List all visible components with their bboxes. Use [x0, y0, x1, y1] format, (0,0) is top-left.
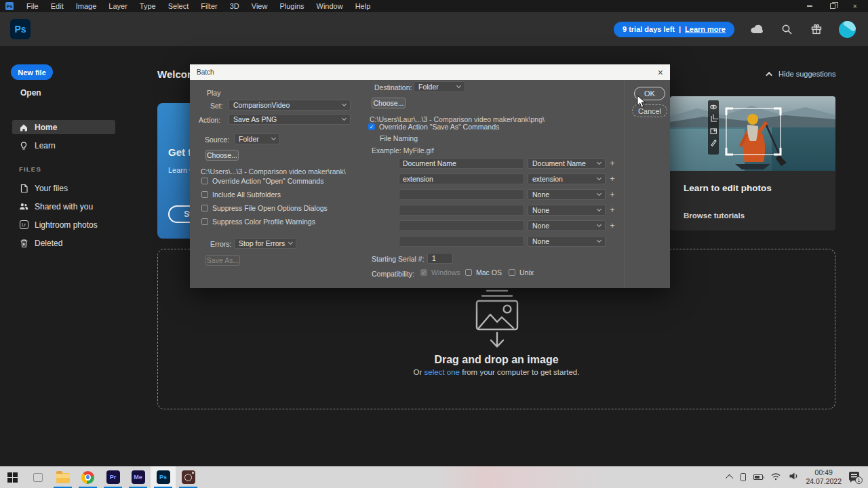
destination-value: Folder [418, 83, 439, 91]
checkbox-override-open[interactable]: Override Action "Open" Commands [201, 177, 323, 185]
naming-select-2[interactable]: extension [528, 174, 606, 184]
checkbox-label: Suppress File Open Options Dialogs [212, 204, 328, 212]
add-naming-row-button[interactable]: + [608, 221, 617, 230]
naming-select-3[interactable]: None [528, 189, 606, 200]
destination-dropdown[interactable]: Folder [414, 81, 465, 92]
action-dropdown[interactable]: Save As PNG [229, 114, 351, 125]
sidebar-item-shared[interactable]: Shared with you [12, 199, 115, 214]
ok-button[interactable]: OK [634, 87, 665, 100]
browse-tutorials-link[interactable]: Browse tutorials [684, 211, 745, 220]
naming-select-value: None [532, 237, 549, 245]
checkbox-suppress-color-warnings[interactable]: Suppress Color Profile Warnings [201, 218, 315, 226]
hide-suggestions-toggle[interactable]: Hide suggestions [768, 70, 835, 78]
checkbox-checked-icon: ✓ [368, 123, 375, 130]
serial-input[interactable] [427, 253, 453, 264]
learn-more-link[interactable]: Learn more [685, 25, 726, 33]
menu-select[interactable]: Select [162, 2, 195, 10]
cancel-button[interactable]: Cancel [632, 104, 667, 117]
checkbox-icon [201, 178, 208, 184]
naming-field-2[interactable] [399, 174, 524, 184]
restore-icon[interactable] [830, 3, 835, 9]
naming-select-4[interactable]: None [528, 205, 606, 216]
wifi-icon[interactable] [770, 471, 781, 483]
batch-dialog-titlebar[interactable]: Batch × [190, 64, 670, 80]
close-icon[interactable]: × [658, 68, 663, 77]
set-dropdown[interactable]: ComparisonVideo [229, 100, 351, 110]
add-naming-row-button[interactable]: + [608, 174, 617, 184]
menu-plugins[interactable]: Plugins [273, 2, 310, 10]
menu-3d[interactable]: 3D [224, 2, 245, 10]
start-button[interactable] [0, 466, 25, 488]
menu-edit[interactable]: Edit [45, 2, 70, 10]
menu-window[interactable]: Window [311, 2, 349, 10]
chevron-down-icon [597, 222, 601, 227]
menu-type[interactable]: Type [134, 2, 162, 10]
menu-layer[interactable]: Layer [102, 2, 134, 10]
gift-icon[interactable] [809, 22, 824, 37]
serial-label: Starting Serial #: [372, 255, 425, 263]
ps-mini-icon: Ps [5, 2, 14, 10]
naming-select-6[interactable]: None [528, 236, 606, 247]
naming-field-3[interactable] [399, 189, 524, 200]
taskbar-media-encoder[interactable]: Me [125, 466, 151, 488]
chevron-down-icon [271, 136, 276, 140]
naming-field-4[interactable] [399, 205, 524, 216]
checkbox-suppress-open-dialogs[interactable]: Suppress File Open Options Dialogs [201, 204, 328, 212]
search-icon[interactable] [779, 22, 794, 37]
menu-bar: Ps File Edit Image Layer Type Select Fil… [0, 0, 868, 12]
sidebar-item-label: Home [35, 123, 57, 132]
menu-view[interactable]: View [245, 2, 274, 10]
open-button[interactable]: Open [20, 88, 41, 98]
menu-image[interactable]: Image [70, 2, 103, 10]
checkbox-compat-macos[interactable]: Mac OS [465, 268, 502, 277]
sidebar-item-deleted[interactable]: Deleted [12, 236, 115, 250]
close-window-icon[interactable]: × [853, 3, 857, 10]
sidebar-item-learn[interactable]: Learn [12, 138, 115, 152]
tray-expand-icon[interactable] [726, 474, 733, 482]
naming-field-6[interactable] [399, 236, 524, 247]
naming-field-5[interactable] [399, 220, 524, 231]
naming-field-1[interactable] [399, 158, 524, 169]
menu-file[interactable]: File [20, 2, 45, 10]
learn-card-title: Learn to edit photos [684, 183, 772, 193]
naming-select-5[interactable]: None [528, 220, 606, 231]
source-dropdown[interactable]: Folder [234, 134, 280, 144]
add-naming-row-button[interactable]: + [608, 190, 617, 199]
select-one-link[interactable]: select one [425, 368, 460, 376]
errors-dropdown[interactable]: Stop for Errors [234, 238, 296, 249]
taskbar-chrome[interactable] [75, 466, 100, 488]
new-file-button[interactable]: New file [11, 64, 53, 80]
task-view-button[interactable] [25, 466, 50, 488]
sidebar-item-your-files[interactable]: Your files [12, 181, 115, 195]
menu-help[interactable]: Help [349, 2, 377, 10]
taskbar-screen-recorder[interactable] [176, 466, 201, 488]
minimize-icon[interactable] [807, 5, 812, 7]
sidebar-item-home[interactable]: Home [12, 120, 115, 134]
photoshop-icon: Ps [157, 470, 170, 484]
taskbar-photoshop[interactable]: Ps [151, 466, 176, 488]
notification-center-button[interactable]: 1 [849, 472, 861, 483]
battery-icon[interactable] [753, 474, 763, 480]
checkbox-compat-windows[interactable]: ✓ Windows [420, 268, 460, 277]
phone-icon[interactable] [741, 473, 746, 481]
lightroom-icon: Lr [19, 220, 28, 230]
checkbox-override-saveas[interactable]: ✓ Override Action "Save As" Commands [368, 123, 499, 131]
taskbar-clock[interactable]: 00:49 24.07.2022 [806, 468, 842, 486]
destination-choose-button[interactable]: Choose... [372, 98, 406, 108]
taskbar-premiere[interactable]: Pr [100, 466, 125, 488]
cloud-icon[interactable] [749, 22, 764, 37]
save-as-button[interactable]: Save As... [205, 255, 240, 266]
checkbox-compat-unix[interactable]: Unix [509, 268, 534, 277]
menu-filter[interactable]: Filter [195, 2, 223, 10]
speaker-icon[interactable] [789, 471, 798, 483]
taskbar-file-explorer[interactable] [50, 466, 75, 488]
account-avatar[interactable] [839, 21, 856, 38]
checkbox-include-subfolders[interactable]: Include All Subfolders [201, 190, 281, 199]
trial-button[interactable]: 9 trial days left | Learn more [614, 22, 734, 37]
naming-select-1[interactable]: Document Name [528, 158, 606, 169]
add-naming-row-button[interactable]: + [608, 159, 617, 168]
sidebar-item-lightroom[interactable]: Lr Lightroom photos [12, 218, 115, 232]
add-naming-row-button[interactable]: + [608, 205, 617, 215]
checkbox-disabled-checked-icon: ✓ [420, 269, 427, 276]
source-choose-button[interactable]: Choose... [205, 150, 239, 161]
